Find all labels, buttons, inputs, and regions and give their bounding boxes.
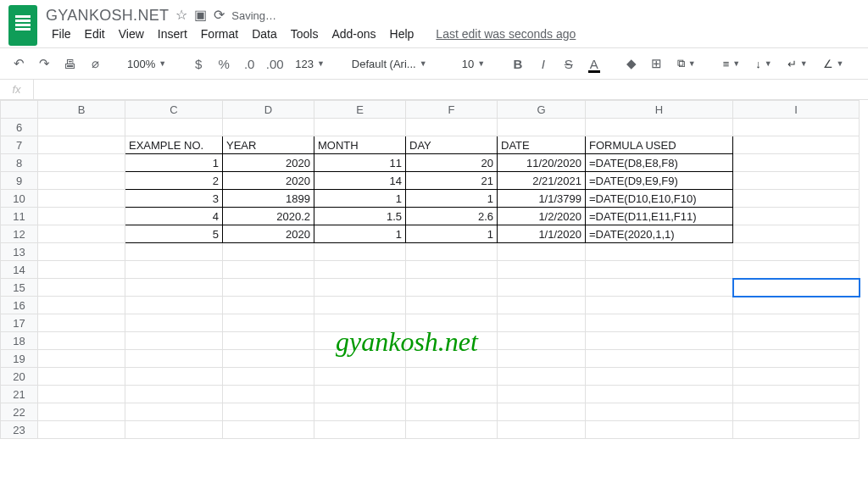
cell-G7[interactable]: DATE xyxy=(498,136,586,154)
cell-H21[interactable] xyxy=(586,386,733,403)
cell-G10[interactable]: 1/1/3799 xyxy=(498,190,586,208)
cell-D19[interactable] xyxy=(223,350,314,368)
cell-F15[interactable] xyxy=(406,279,498,297)
font-size-dropdown[interactable]: 10▼ xyxy=(457,58,491,70)
text-wrap-button[interactable]: ↵▼ xyxy=(782,58,813,70)
cell-F9[interactable]: 21 xyxy=(406,172,498,190)
row-header-17[interactable]: 17 xyxy=(1,314,38,332)
cell-C14[interactable] xyxy=(125,261,223,279)
cell-B7[interactable] xyxy=(38,136,125,154)
cell-C22[interactable] xyxy=(125,403,223,421)
menu-edit[interactable]: Edit xyxy=(79,25,111,42)
cell-F20[interactable] xyxy=(406,368,498,386)
cell-G6[interactable] xyxy=(498,119,586,136)
row-header-19[interactable]: 19 xyxy=(1,350,38,368)
menu-data[interactable]: Data xyxy=(246,25,283,42)
cell-H9[interactable]: =DATE(D9,E9,F9) xyxy=(586,172,733,190)
cell-F19[interactable] xyxy=(406,350,498,368)
cell-F6[interactable] xyxy=(406,119,498,136)
cell-I14[interactable] xyxy=(733,261,860,279)
cell-B17[interactable] xyxy=(38,314,125,332)
cell-H15[interactable] xyxy=(586,279,733,297)
move-folder-icon[interactable]: ▣ xyxy=(194,8,207,22)
cell-I21[interactable] xyxy=(733,386,860,403)
cell-I6[interactable] xyxy=(733,119,860,136)
cell-G12[interactable]: 1/1/2020 xyxy=(498,225,586,243)
row-header-14[interactable]: 14 xyxy=(1,261,38,279)
row-header-7[interactable]: 7 xyxy=(1,136,38,154)
cell-B21[interactable] xyxy=(38,386,125,403)
cell-G22[interactable] xyxy=(498,403,586,421)
row-header-20[interactable]: 20 xyxy=(1,368,38,386)
cell-C16[interactable] xyxy=(125,297,223,314)
cell-I9[interactable] xyxy=(733,172,860,190)
cell-E6[interactable] xyxy=(314,119,406,136)
cell-G9[interactable]: 2/21/2021 xyxy=(498,172,586,190)
cell-G19[interactable] xyxy=(498,350,586,368)
format-currency-button[interactable]: $ xyxy=(188,53,209,75)
col-header-H[interactable]: H xyxy=(586,101,733,119)
cell-E18[interactable] xyxy=(314,332,406,350)
cell-F8[interactable]: 20 xyxy=(406,154,498,172)
last-edit-link[interactable]: Last edit was seconds ago xyxy=(430,25,581,42)
cell-G21[interactable] xyxy=(498,386,586,403)
cell-H10[interactable]: =DATE(D10,E10,F10) xyxy=(586,190,733,208)
text-rotation-button[interactable]: ∠▼ xyxy=(818,58,849,70)
zoom-dropdown[interactable]: 100%▼ xyxy=(122,58,171,70)
cell-C13[interactable] xyxy=(125,243,223,261)
text-color-button[interactable]: A xyxy=(584,53,604,75)
cell-H17[interactable] xyxy=(586,314,733,332)
row-header-23[interactable]: 23 xyxy=(1,421,38,439)
cell-D21[interactable] xyxy=(223,386,314,403)
cell-E14[interactable] xyxy=(314,261,406,279)
cell-D6[interactable] xyxy=(223,119,314,136)
cell-H12[interactable]: =DATE(2020,1,1) xyxy=(586,225,733,243)
cell-I22[interactable] xyxy=(733,403,860,421)
select-all-corner[interactable] xyxy=(1,101,38,119)
cell-F21[interactable] xyxy=(406,386,498,403)
cell-F12[interactable]: 1 xyxy=(406,225,498,243)
cell-C11[interactable]: 4 xyxy=(125,208,223,225)
cell-C15[interactable] xyxy=(125,279,223,297)
row-header-15[interactable]: 15 xyxy=(1,279,38,297)
cell-E17[interactable] xyxy=(314,314,406,332)
cell-H6[interactable] xyxy=(586,119,733,136)
cell-D22[interactable] xyxy=(223,403,314,421)
menu-format[interactable]: Format xyxy=(195,25,244,42)
cell-D18[interactable] xyxy=(223,332,314,350)
cell-I16[interactable] xyxy=(733,297,860,314)
cell-G8[interactable]: 11/20/2020 xyxy=(498,154,586,172)
star-icon[interactable]: ☆ xyxy=(175,8,187,22)
cell-I11[interactable] xyxy=(733,208,860,225)
cell-B6[interactable] xyxy=(38,119,125,136)
cell-F22[interactable] xyxy=(406,403,498,421)
cell-C23[interactable] xyxy=(125,421,223,439)
cell-C12[interactable]: 5 xyxy=(125,225,223,243)
cell-B19[interactable] xyxy=(38,350,125,368)
cell-E21[interactable] xyxy=(314,386,406,403)
cell-D17[interactable] xyxy=(223,314,314,332)
col-header-F[interactable]: F xyxy=(406,101,498,119)
row-header-9[interactable]: 9 xyxy=(1,172,38,190)
col-header-B[interactable]: B xyxy=(38,101,125,119)
col-header-G[interactable]: G xyxy=(498,101,586,119)
bold-button[interactable]: B xyxy=(508,53,528,75)
more-formats-dropdown[interactable]: 123▼ xyxy=(290,58,330,70)
cell-D10[interactable]: 1899 xyxy=(223,190,314,208)
cell-H23[interactable] xyxy=(586,421,733,439)
cell-F11[interactable]: 2.6 xyxy=(406,208,498,225)
cell-H16[interactable] xyxy=(586,297,733,314)
row-header-11[interactable]: 11 xyxy=(1,208,38,225)
cell-D20[interactable] xyxy=(223,368,314,386)
cell-D12[interactable]: 2020 xyxy=(223,225,314,243)
cell-E11[interactable]: 1.5 xyxy=(314,208,406,225)
cell-B18[interactable] xyxy=(38,332,125,350)
cell-G13[interactable] xyxy=(498,243,586,261)
cell-B10[interactable] xyxy=(38,190,125,208)
doc-title[interactable]: GYANKOSH.NET xyxy=(46,7,169,25)
cell-E8[interactable]: 11 xyxy=(314,154,406,172)
cell-H11[interactable]: =DATE(D11,E11,F11) xyxy=(586,208,733,225)
row-header-6[interactable]: 6 xyxy=(1,119,38,136)
redo-button[interactable]: ↷ xyxy=(34,53,54,75)
cell-D9[interactable]: 2020 xyxy=(223,172,314,190)
